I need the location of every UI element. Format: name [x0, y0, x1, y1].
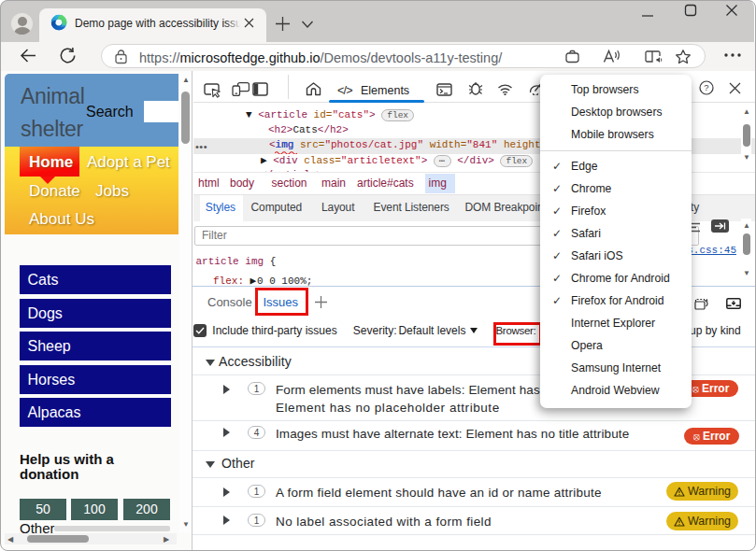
svg-text:?: ?: [704, 82, 708, 92]
